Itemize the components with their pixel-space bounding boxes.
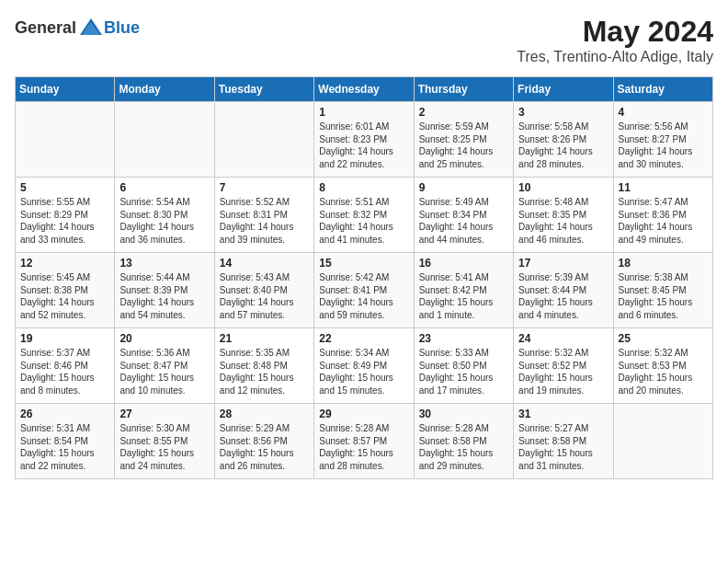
day-number: 8 <box>319 181 408 194</box>
day-number: 26 <box>20 408 109 420</box>
calendar-cell: 29Sunrise: 5:28 AM Sunset: 8:57 PM Dayli… <box>314 404 414 479</box>
calendar-cell: 14Sunrise: 5:43 AM Sunset: 8:40 PM Dayli… <box>214 253 313 328</box>
month-year-title: May 2024 <box>517 15 713 49</box>
calendar-cell: 17Sunrise: 5:39 AM Sunset: 8:44 PM Dayli… <box>514 253 613 328</box>
cell-info-text: Sunrise: 6:01 AM Sunset: 8:23 PM Dayligh… <box>319 121 408 170</box>
calendar-cell: 30Sunrise: 5:28 AM Sunset: 8:58 PM Dayli… <box>414 404 513 479</box>
calendar-week-row: 26Sunrise: 5:31 AM Sunset: 8:54 PM Dayli… <box>16 404 713 479</box>
day-number: 17 <box>518 257 608 270</box>
logo-general: General <box>15 18 76 38</box>
calendar-cell: 28Sunrise: 5:29 AM Sunset: 8:56 PM Dayli… <box>214 404 313 479</box>
calendar-cell: 2Sunrise: 5:59 AM Sunset: 8:25 PM Daylig… <box>414 102 513 178</box>
weekday-header-saturday: Saturday <box>613 77 712 102</box>
calendar-cell: 6Sunrise: 5:54 AM Sunset: 8:30 PM Daylig… <box>115 178 214 253</box>
day-number: 12 <box>20 257 109 270</box>
title-area: May 2024 Tres, Trentino-Alto Adige, Ital… <box>517 15 713 65</box>
day-number: 20 <box>119 332 209 345</box>
day-number: 1 <box>319 106 408 119</box>
cell-info-text: Sunrise: 5:34 AM Sunset: 8:49 PM Dayligh… <box>319 347 408 396</box>
calendar-cell: 25Sunrise: 5:32 AM Sunset: 8:53 PM Dayli… <box>613 328 712 404</box>
day-number: 30 <box>419 408 508 420</box>
day-number: 4 <box>619 106 708 119</box>
calendar-cell <box>214 102 313 178</box>
calendar-cell: 24Sunrise: 5:32 AM Sunset: 8:52 PM Dayli… <box>514 328 613 404</box>
weekday-header-monday: Monday <box>115 77 214 102</box>
calendar-cell: 18Sunrise: 5:38 AM Sunset: 8:45 PM Dayli… <box>613 253 712 328</box>
cell-info-text: Sunrise: 5:41 AM Sunset: 8:42 PM Dayligh… <box>419 271 508 321</box>
calendar-cell: 11Sunrise: 5:47 AM Sunset: 8:36 PM Dayli… <box>613 178 712 253</box>
cell-info-text: Sunrise: 5:49 AM Sunset: 8:34 PM Dayligh… <box>419 196 508 246</box>
cell-info-text: Sunrise: 5:30 AM Sunset: 8:55 PM Dayligh… <box>119 422 209 472</box>
cell-info-text: Sunrise: 5:45 AM Sunset: 8:38 PM Dayligh… <box>20 271 109 321</box>
calendar-cell: 21Sunrise: 5:35 AM Sunset: 8:48 PM Dayli… <box>214 328 313 404</box>
cell-info-text: Sunrise: 5:56 AM Sunset: 8:27 PM Dayligh… <box>619 121 708 170</box>
cell-info-text: Sunrise: 5:52 AM Sunset: 8:31 PM Dayligh… <box>220 196 309 246</box>
cell-info-text: Sunrise: 5:39 AM Sunset: 8:44 PM Dayligh… <box>518 271 608 321</box>
weekday-header-tuesday: Tuesday <box>214 77 313 102</box>
cell-info-text: Sunrise: 5:28 AM Sunset: 8:57 PM Dayligh… <box>319 422 408 472</box>
calendar-cell: 19Sunrise: 5:37 AM Sunset: 8:46 PM Dayli… <box>16 328 115 404</box>
day-number: 3 <box>518 106 608 119</box>
calendar-week-row: 1Sunrise: 6:01 AM Sunset: 8:23 PM Daylig… <box>16 102 713 178</box>
calendar-cell <box>115 102 214 178</box>
cell-info-text: Sunrise: 5:44 AM Sunset: 8:39 PM Dayligh… <box>119 271 209 321</box>
logo: General Blue <box>15 15 140 40</box>
calendar-cell: 23Sunrise: 5:33 AM Sunset: 8:50 PM Dayli… <box>414 328 513 404</box>
calendar-cell <box>16 102 115 178</box>
day-number: 18 <box>619 257 708 270</box>
calendar-week-row: 12Sunrise: 5:45 AM Sunset: 8:38 PM Dayli… <box>16 253 713 328</box>
weekday-header-friday: Friday <box>514 77 613 102</box>
logo-icon <box>78 15 104 40</box>
cell-info-text: Sunrise: 5:32 AM Sunset: 8:52 PM Dayligh… <box>518 347 608 396</box>
cell-info-text: Sunrise: 5:48 AM Sunset: 8:35 PM Dayligh… <box>518 196 608 246</box>
weekday-header-wednesday: Wednesday <box>314 77 414 102</box>
cell-info-text: Sunrise: 5:58 AM Sunset: 8:26 PM Dayligh… <box>518 121 608 170</box>
calendar-cell: 13Sunrise: 5:44 AM Sunset: 8:39 PM Dayli… <box>115 253 214 328</box>
weekday-header-row: SundayMondayTuesdayWednesdayThursdayFrid… <box>16 77 713 102</box>
day-number: 16 <box>419 257 508 270</box>
cell-info-text: Sunrise: 5:29 AM Sunset: 8:56 PM Dayligh… <box>220 422 309 472</box>
calendar-cell: 10Sunrise: 5:48 AM Sunset: 8:35 PM Dayli… <box>514 178 613 253</box>
calendar-cell: 1Sunrise: 6:01 AM Sunset: 8:23 PM Daylig… <box>314 102 414 178</box>
day-number: 2 <box>419 106 508 119</box>
cell-info-text: Sunrise: 5:33 AM Sunset: 8:50 PM Dayligh… <box>419 347 508 396</box>
day-number: 27 <box>119 408 209 420</box>
day-number: 29 <box>319 408 408 420</box>
calendar-week-row: 19Sunrise: 5:37 AM Sunset: 8:46 PM Dayli… <box>16 328 713 404</box>
day-number: 7 <box>220 181 309 194</box>
cell-info-text: Sunrise: 5:55 AM Sunset: 8:29 PM Dayligh… <box>20 196 109 246</box>
calendar-cell: 16Sunrise: 5:41 AM Sunset: 8:42 PM Dayli… <box>414 253 513 328</box>
calendar-table: SundayMondayTuesdayWednesdayThursdayFrid… <box>15 76 713 479</box>
cell-info-text: Sunrise: 5:43 AM Sunset: 8:40 PM Dayligh… <box>220 271 309 321</box>
cell-info-text: Sunrise: 5:28 AM Sunset: 8:58 PM Dayligh… <box>419 422 508 472</box>
cell-info-text: Sunrise: 5:51 AM Sunset: 8:32 PM Dayligh… <box>319 196 408 246</box>
calendar-cell: 12Sunrise: 5:45 AM Sunset: 8:38 PM Dayli… <box>16 253 115 328</box>
calendar-cell: 3Sunrise: 5:58 AM Sunset: 8:26 PM Daylig… <box>514 102 613 178</box>
weekday-header-sunday: Sunday <box>16 77 115 102</box>
day-number: 22 <box>319 332 408 345</box>
day-number: 23 <box>419 332 508 345</box>
calendar-cell: 5Sunrise: 5:55 AM Sunset: 8:29 PM Daylig… <box>16 178 115 253</box>
location-label: Tres, Trentino-Alto Adige, Italy <box>517 49 713 65</box>
cell-info-text: Sunrise: 5:47 AM Sunset: 8:36 PM Dayligh… <box>619 196 708 246</box>
cell-info-text: Sunrise: 5:38 AM Sunset: 8:45 PM Dayligh… <box>619 271 708 321</box>
day-number: 21 <box>220 332 309 345</box>
day-number: 5 <box>20 181 109 194</box>
calendar-cell: 20Sunrise: 5:36 AM Sunset: 8:47 PM Dayli… <box>115 328 214 404</box>
cell-info-text: Sunrise: 5:27 AM Sunset: 8:58 PM Dayligh… <box>518 422 608 472</box>
cell-info-text: Sunrise: 5:35 AM Sunset: 8:48 PM Dayligh… <box>220 347 309 396</box>
cell-info-text: Sunrise: 5:31 AM Sunset: 8:54 PM Dayligh… <box>20 422 109 472</box>
calendar-cell: 8Sunrise: 5:51 AM Sunset: 8:32 PM Daylig… <box>314 178 414 253</box>
cell-info-text: Sunrise: 5:32 AM Sunset: 8:53 PM Dayligh… <box>619 347 708 396</box>
day-number: 28 <box>220 408 309 420</box>
day-number: 11 <box>619 181 708 194</box>
day-number: 19 <box>20 332 109 345</box>
day-number: 25 <box>619 332 708 345</box>
day-number: 10 <box>518 181 608 194</box>
day-number: 24 <box>518 332 608 345</box>
cell-info-text: Sunrise: 5:59 AM Sunset: 8:25 PM Dayligh… <box>419 121 508 170</box>
calendar-cell: 26Sunrise: 5:31 AM Sunset: 8:54 PM Dayli… <box>16 404 115 479</box>
day-number: 15 <box>319 257 408 270</box>
cell-info-text: Sunrise: 5:54 AM Sunset: 8:30 PM Dayligh… <box>119 196 209 246</box>
calendar-cell: 15Sunrise: 5:42 AM Sunset: 8:41 PM Dayli… <box>314 253 414 328</box>
